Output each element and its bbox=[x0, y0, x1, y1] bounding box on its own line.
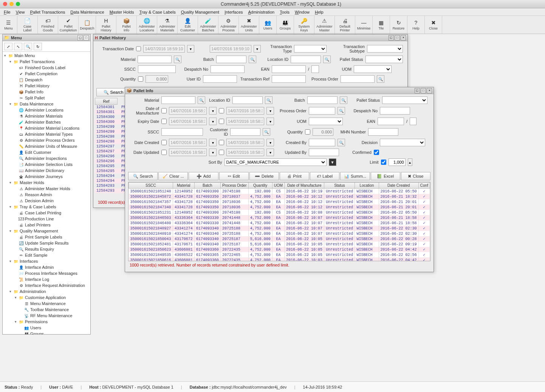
inp-i-location[interactable] bbox=[232, 96, 263, 104]
pallet-history-header[interactable]: H Pallet History ◱ □ ✕ bbox=[93, 34, 407, 41]
menu-administration[interactable]: Administration bbox=[246, 9, 277, 15]
toolbar-pallet-info[interactable]: 📦PalletInfo bbox=[116, 16, 137, 34]
inp-i-material[interactable] bbox=[161, 96, 195, 104]
tree-interfaces[interactable]: ▾📁Interfaces bbox=[3, 258, 90, 264]
col-uom[interactable]: UOM bbox=[272, 183, 284, 189]
cal-i-3[interactable]: ▾ bbox=[209, 118, 217, 125]
history-close-btn[interactable]: ✕ bbox=[401, 35, 406, 40]
tree-edit-customer[interactable]: 👤Edit Customer bbox=[3, 149, 90, 155]
lkp-i-po[interactable]: 🔍 bbox=[338, 107, 345, 115]
action-close-button[interactable]: ✖Close bbox=[401, 172, 430, 180]
inp-i-dom2[interactable] bbox=[226, 107, 264, 115]
chk-i-exp2[interactable] bbox=[219, 119, 224, 124]
inp-location[interactable] bbox=[291, 56, 321, 63]
action-search-button[interactable]: 🔍Search bbox=[128, 172, 158, 180]
tree-master-holds[interactable]: ▾📁Master Holds bbox=[3, 180, 90, 186]
inp-i-cr1[interactable] bbox=[169, 139, 207, 146]
tree-administration[interactable]: ▾📁Administration bbox=[3, 288, 90, 294]
tree-pallet-history[interactable]: HPallet History bbox=[3, 83, 90, 89]
tree-tray-&-case-labels[interactable]: ▾📁Tray & Case Labels bbox=[3, 204, 90, 210]
tree-administer-process-orders[interactable]: ⚙Administer Process Orders bbox=[3, 137, 90, 143]
toolbar-administer-process[interactable]: ⚙AdministerProcess bbox=[218, 16, 239, 34]
tree-process-interface-messages[interactable]: 📨Process Interface Messages bbox=[3, 270, 90, 276]
tree-users[interactable]: 👥Users bbox=[3, 325, 90, 331]
lkp-i-cb[interactable]: 🔍 bbox=[338, 139, 345, 146]
menu-quality-management[interactable]: Quality Management bbox=[179, 9, 222, 15]
chk-i-dom2[interactable] bbox=[219, 108, 224, 113]
menu-tools[interactable]: Tools bbox=[277, 9, 292, 15]
menu-data-maintenance[interactable]: Data Maintenance bbox=[68, 9, 106, 15]
table-row[interactable]: 3500016150218524814317067161740933402072… bbox=[129, 242, 430, 247]
tree-customise-application[interactable]: ▾📁Customise Application bbox=[3, 294, 90, 301]
tree-toggle-icon[interactable]: ▾ bbox=[9, 229, 13, 233]
inp-material[interactable] bbox=[138, 56, 172, 63]
tree-pallet-completion[interactable]: ✔Pallet Completion bbox=[3, 71, 90, 77]
table-row[interactable]: 3500016150218512311214895261740933002074… bbox=[129, 210, 430, 215]
table-row[interactable]: 3500016150218512481214895261740933002074… bbox=[129, 189, 430, 194]
lkp-i-batch[interactable]: 🔍 bbox=[340, 96, 347, 104]
lookup-batch[interactable]: 🔍 bbox=[249, 56, 256, 63]
menu-interfaces[interactable]: Interfaces bbox=[222, 9, 245, 15]
tree-finished-goods-label[interactable]: 🏷Finished Goods Label bbox=[3, 65, 90, 71]
tree-expand-btn[interactable]: ⤢ bbox=[4, 43, 12, 50]
action-edit-button[interactable]: ✏Edit bbox=[219, 172, 249, 180]
limit-spinner[interactable]: ▴ bbox=[408, 158, 412, 166]
tree-administer-batches[interactable]: 🧪Administer Batches bbox=[3, 119, 90, 125]
inp-i-despatch[interactable] bbox=[380, 107, 410, 115]
sel-i-decision[interactable] bbox=[380, 139, 425, 146]
chk-trans-date-from[interactable] bbox=[136, 46, 141, 51]
sort-dir-btn[interactable]: ▼ bbox=[329, 158, 336, 166]
chk-i-up1[interactable] bbox=[161, 150, 167, 155]
action-delete-button[interactable]: ➖Delete bbox=[249, 172, 279, 180]
table-row[interactable]: 3500016150218506234360688161740933602072… bbox=[129, 247, 430, 252]
inp-qty[interactable] bbox=[146, 75, 168, 83]
zoom-window-btn[interactable] bbox=[16, 2, 20, 6]
cal-i-4[interactable]: ▾ bbox=[266, 118, 274, 125]
col-conf[interactable]: Conf bbox=[418, 183, 430, 189]
inp-i-ean-v[interactable] bbox=[410, 118, 416, 125]
inp-process-order[interactable] bbox=[341, 75, 375, 83]
tree-edit-sample[interactable]: ✏Edit Sample bbox=[3, 252, 90, 258]
cal-i-5[interactable]: ▾ bbox=[209, 139, 217, 146]
tree-administer-locations[interactable]: 🌐Administer Locations bbox=[3, 107, 90, 113]
toolbar-administer-materials[interactable]: ⚗AdministerMaterials bbox=[157, 16, 178, 34]
col-date-created[interactable]: Date Created bbox=[379, 183, 418, 189]
cal-i-6[interactable]: ▾ bbox=[266, 139, 274, 146]
inp-i-batch[interactable] bbox=[307, 96, 338, 104]
sel-pallet-status[interactable] bbox=[365, 56, 403, 63]
chk-i-cr1[interactable] bbox=[161, 140, 167, 145]
tree-update-sample-results[interactable]: 🔄Update Sample Results bbox=[3, 240, 90, 246]
toolbar-close[interactable]: ✖Close bbox=[425, 16, 442, 34]
toolbar-default-printer[interactable]: 🖨DefaultPrinter bbox=[335, 16, 355, 34]
toolbar-menu[interactable]: ☰Menu bbox=[0, 16, 17, 34]
close-window-btn[interactable] bbox=[3, 2, 7, 6]
inp-i-up1[interactable] bbox=[169, 149, 207, 156]
pallet-info-header[interactable]: 📦 Pallet Info ◱ □ ✕ bbox=[125, 87, 434, 94]
chk-qty[interactable] bbox=[138, 76, 143, 82]
inp-i-dom1[interactable] bbox=[169, 107, 207, 115]
tree-toggle-icon[interactable]: ▾ bbox=[9, 181, 13, 184]
tree-toggle-icon[interactable]: ▾ bbox=[9, 259, 13, 263]
chk-limit[interactable] bbox=[381, 160, 386, 165]
tree-print-sample-labels[interactable]: 🖨Print Sample Labels bbox=[3, 234, 90, 240]
sel-i-uom[interactable] bbox=[309, 118, 343, 125]
inp-trans-date-from[interactable] bbox=[143, 45, 185, 53]
toolbar-administer-units[interactable]: ✖AdministerUnits bbox=[239, 16, 259, 34]
tree-groups[interactable]: 👪Groups bbox=[3, 331, 90, 334]
table-row[interactable]: 3500016150218473404334172861740933502071… bbox=[129, 205, 430, 210]
action-label-button[interactable]: 🏷Label bbox=[310, 172, 339, 180]
inp-sscc[interactable] bbox=[138, 65, 176, 73]
inp-ean-var[interactable] bbox=[311, 65, 319, 73]
tree-quality-management[interactable]: ▾📁Quality Management bbox=[3, 228, 90, 234]
inp-i-exp2[interactable] bbox=[226, 118, 264, 125]
table-row[interactable]: 3500016150218489274334127461740933402072… bbox=[129, 226, 430, 231]
tree-interface-admin[interactable]: 👤Interface Admin bbox=[3, 264, 90, 270]
chk-i-exp1[interactable] bbox=[161, 119, 167, 124]
toolbar-finished-goods[interactable]: 🏷FinishedGoods bbox=[38, 16, 58, 34]
tree-case-label-printing[interactable]: 🖨Case Label Printing bbox=[3, 210, 90, 216]
tree-administer-material-locations[interactable]: 📍Administer Material Locations bbox=[3, 125, 90, 131]
action-print-button[interactable]: 🖨Print bbox=[280, 172, 309, 180]
tree-toolbar-maintenance[interactable]: 🔧Toolbar Maintenance bbox=[3, 307, 90, 313]
toolbar-pallet-completion[interactable]: ✔PalletCompletion bbox=[58, 16, 79, 34]
col-batch[interactable]: Batch bbox=[194, 183, 220, 189]
